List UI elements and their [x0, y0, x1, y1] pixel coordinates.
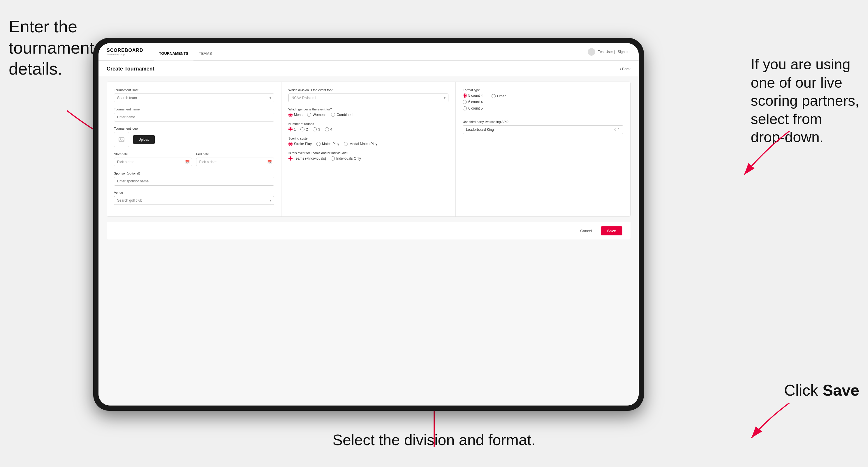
nav-logo-sub: Powered by clippt: [106, 53, 143, 56]
tournament-logo-group: Tournament logo Upload: [114, 127, 274, 147]
sponsor-input[interactable]: [114, 177, 274, 186]
end-date-label: End date: [196, 152, 274, 156]
scoring-label: Scoring system: [288, 137, 449, 140]
form-col-2: Which division is the event for? NCAA Di…: [281, 82, 456, 216]
rounds-2[interactable]: 2: [301, 127, 308, 131]
annotation-top-right: If you are using one of our live scoring…: [751, 55, 859, 147]
page-title: Create Tournament: [106, 66, 154, 72]
start-date-wrap: 📅: [114, 158, 192, 166]
cancel-button[interactable]: Cancel: [575, 226, 597, 236]
avatar: [588, 48, 595, 56]
sponsor-group: Sponsor (optional): [114, 172, 274, 186]
form-col-3: Format type 5 count 4 6 count 4: [456, 82, 630, 216]
end-date-wrap: 📅: [196, 158, 274, 166]
scoring-radio-group: Stroke Play Match Play Medal Match Play: [288, 142, 449, 146]
format-5count4[interactable]: 5 count 4: [463, 94, 483, 98]
navbar: SCOREBOARD Powered by clippt TOURNAMENTS…: [98, 43, 639, 61]
teams-plus-individuals[interactable]: Teams (+Individuals): [288, 156, 326, 160]
tournament-host-label: Tournament Host: [114, 88, 274, 92]
format-options-row: 5 count 4 6 count 4 6 count 5: [463, 94, 623, 111]
tournament-name-input[interactable]: [114, 113, 274, 122]
individuals-only[interactable]: Individuals Only: [331, 156, 361, 160]
scoring-medal[interactable]: Medal Match Play: [344, 142, 377, 146]
gender-mens[interactable]: Mens: [288, 113, 303, 117]
format-other[interactable]: Other: [492, 94, 506, 98]
logo-upload-area: Upload: [114, 132, 274, 147]
svg-point-5: [120, 138, 121, 139]
logo-preview: [114, 132, 129, 147]
rounds-group: Number of rounds 1 2: [288, 122, 449, 131]
scoring-match[interactable]: Match Play: [316, 142, 339, 146]
teams-radio-group: Teams (+Individuals) Individuals Only: [288, 156, 449, 160]
division-select[interactable]: NCAA Division INCAA Division IINCAA Divi…: [288, 94, 449, 102]
nav-logo: SCOREBOARD Powered by clippt: [106, 48, 143, 56]
upload-button[interactable]: Upload: [133, 135, 155, 144]
rounds-1[interactable]: 1: [288, 127, 296, 131]
nav-tab-teams[interactable]: TEAMS: [193, 51, 217, 60]
live-scoring-tag: Leaderboard King: [466, 128, 494, 132]
start-date-input[interactable]: [114, 158, 192, 166]
tablet-screen: SCOREBOARD Powered by clippt TOURNAMENTS…: [98, 43, 639, 406]
venue-input[interactable]: [114, 196, 274, 205]
scoring-group: Scoring system Stroke Play Match Play: [288, 137, 449, 146]
rounds-radio-group: 1 2 3 4: [288, 127, 449, 131]
calendar-icon-2: 📅: [267, 160, 272, 164]
live-scoring-clear[interactable]: ✕ ⌃: [613, 128, 620, 132]
tournament-logo-label: Tournament logo: [114, 127, 274, 130]
gender-womens[interactable]: Womens: [307, 113, 326, 117]
gender-radio-group: Mens Womens Combined: [288, 113, 449, 117]
gender-label: Which gender is the event for?: [288, 107, 449, 111]
form-footer: Cancel Save: [106, 222, 630, 240]
date-group: Start date 📅 End date 📅: [114, 152, 274, 166]
nav-tab-tournaments[interactable]: TOURNAMENTS: [154, 51, 194, 60]
live-scoring-input[interactable]: Leaderboard King ✕ ⌃: [463, 125, 623, 134]
form-col-1: Tournament Host Tournament name Tourname…: [107, 82, 281, 216]
end-date-input[interactable]: [196, 158, 274, 166]
calendar-icon: 📅: [185, 160, 190, 164]
format-6count5[interactable]: 6 count 5: [463, 106, 483, 111]
tablet-shell: SCOREBOARD Powered by clippt TOURNAMENTS…: [93, 38, 644, 411]
rounds-label: Number of rounds: [288, 122, 449, 126]
venue-group: Venue: [114, 191, 274, 205]
gender-combined[interactable]: Combined: [331, 113, 352, 117]
tournament-host-group: Tournament Host: [114, 88, 274, 102]
format-radio-group: 5 count 4 6 count 4 6 count 5: [463, 94, 483, 111]
live-scoring-label: Use third-party live scoring API?: [463, 120, 623, 124]
arrow-bottom-right: [693, 336, 868, 467]
rounds-4[interactable]: 4: [325, 127, 333, 131]
content-area: Create Tournament ‹ Back Tournament Host…: [98, 61, 639, 406]
scoring-stroke[interactable]: Stroke Play: [288, 142, 312, 146]
annotation-top-left: Enter the tournament details.: [9, 16, 94, 80]
annotation-bottom-center: Select the division and format.: [333, 431, 535, 449]
start-date-label: Start date: [114, 152, 192, 156]
svg-rect-4: [119, 137, 124, 142]
signout-link[interactable]: Sign out: [618, 50, 630, 54]
format-6count4[interactable]: 6 count 4: [463, 100, 483, 104]
venue-label: Venue: [114, 191, 274, 194]
division-group: Which division is the event for? NCAA Di…: [288, 88, 449, 102]
back-button[interactable]: ‹ Back: [620, 67, 630, 71]
format-type-label: Format type: [463, 88, 623, 92]
format-divider: [463, 116, 623, 116]
nav-user-label: Test User |: [598, 50, 615, 54]
create-tournament-form: Tournament Host Tournament name Tourname…: [106, 82, 630, 217]
sponsor-label: Sponsor (optional): [114, 172, 274, 175]
format-type-group: Format type 5 count 4 6 count 4: [463, 88, 623, 111]
nav-logo-title: SCOREBOARD: [106, 48, 143, 53]
nav-tabs: TOURNAMENTS TEAMS: [154, 43, 588, 60]
save-button[interactable]: Save: [601, 226, 622, 236]
rounds-3[interactable]: 3: [313, 127, 320, 131]
nav-user: Test User | Sign out: [588, 48, 630, 56]
division-label: Which division is the event for?: [288, 88, 449, 92]
gender-group: Which gender is the event for? Mens Wome…: [288, 107, 449, 117]
teams-label: Is this event for Teams and/or Individua…: [288, 151, 449, 155]
tournament-name-label: Tournament name: [114, 107, 274, 111]
page-header: Create Tournament ‹ Back: [98, 61, 639, 76]
live-scoring-group: Use third-party live scoring API? Leader…: [463, 120, 623, 134]
tournament-name-group: Tournament name: [114, 107, 274, 122]
annotation-bottom-right: Click Save: [784, 380, 859, 400]
tournament-host-input[interactable]: [114, 94, 274, 102]
teams-group: Is this event for Teams and/or Individua…: [288, 151, 449, 160]
